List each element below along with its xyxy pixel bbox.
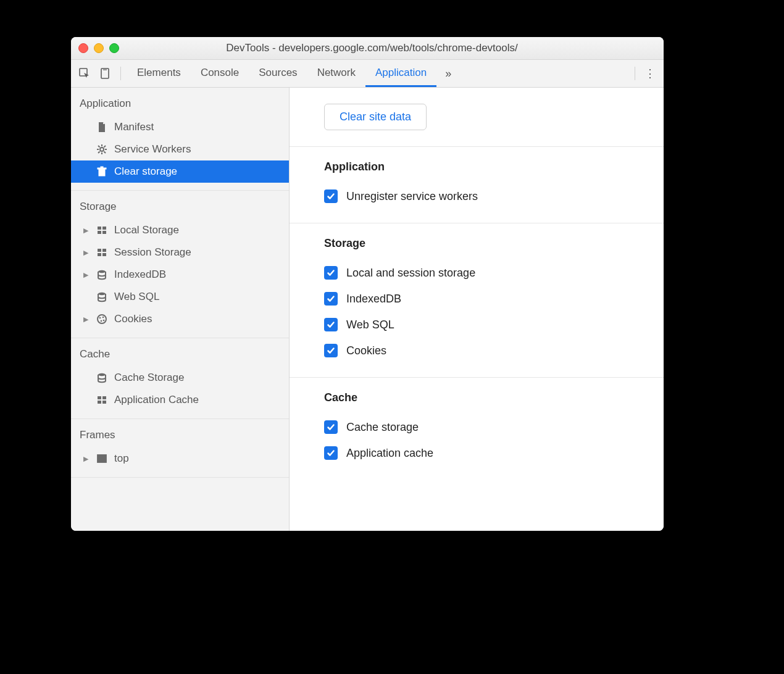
svg-rect-35 <box>98 455 106 462</box>
file-icon <box>96 121 108 133</box>
expand-arrow-icon[interactable]: ▶ <box>83 271 88 279</box>
expand-arrow-icon[interactable]: ▶ <box>83 249 88 257</box>
sidebar-item-web-sql[interactable]: ▶Web SQL <box>71 286 289 308</box>
svg-rect-17 <box>98 231 101 234</box>
sidebar-item-label: top <box>114 452 129 465</box>
sidebar-item-label: Clear storage <box>114 165 177 178</box>
db-icon <box>96 291 108 303</box>
svg-rect-34 <box>102 401 106 404</box>
sidebar-item-label: Web SQL <box>114 291 159 303</box>
sidebar-item-cookies[interactable]: ▶Cookies <box>71 308 289 330</box>
svg-point-23 <box>98 270 106 273</box>
checkbox-label: Cache storage <box>346 421 419 434</box>
svg-line-9 <box>104 152 106 154</box>
svg-rect-22 <box>102 253 106 256</box>
toolbar-separator <box>635 67 635 80</box>
sidebar-item-label: Session Storage <box>114 246 191 259</box>
checkbox-label: Web SQL <box>346 318 394 331</box>
checkbox-row: Cookies <box>324 338 664 364</box>
checkbox-row: Unregister service workers <box>324 183 664 209</box>
checkbox-web-sql[interactable] <box>324 318 338 331</box>
svg-point-24 <box>98 293 106 295</box>
checkbox-row: Cache storage <box>324 414 664 440</box>
window-title: DevTools - developers.google.com/web/too… <box>125 42 619 54</box>
svg-rect-31 <box>98 396 101 399</box>
svg-point-25 <box>98 315 106 323</box>
tab-elements[interactable]: Elements <box>127 60 191 87</box>
tab-network[interactable]: Network <box>307 60 365 87</box>
sidebar-item-label: Cache Storage <box>114 372 184 384</box>
svg-point-29 <box>103 320 105 322</box>
sidebar-group-storage: Storage <box>71 197 289 219</box>
inspect-element-icon[interactable] <box>76 65 93 82</box>
window-close-button[interactable] <box>78 43 88 53</box>
checkbox-row: Application cache <box>324 440 664 466</box>
svg-rect-33 <box>98 401 101 404</box>
checkbox-label: Unregister service workers <box>346 190 478 203</box>
checkbox-unregister-service-workers[interactable] <box>324 189 338 203</box>
checkbox-cookies[interactable] <box>324 344 338 357</box>
window-zoom-button[interactable] <box>109 43 119 53</box>
sidebar-item-indexeddb[interactable]: ▶IndexedDB <box>71 264 289 286</box>
sidebar-item-label: IndexedDB <box>114 268 166 281</box>
sidebar-item-label: Service Workers <box>114 143 191 156</box>
sidebar-item-service-workers[interactable]: ▶Service Workers <box>71 138 289 160</box>
svg-point-3 <box>100 148 104 151</box>
svg-point-30 <box>98 373 106 376</box>
sidebar-item-session-storage[interactable]: ▶Session Storage <box>71 241 289 264</box>
tab-application[interactable]: Application <box>365 60 436 87</box>
section-application: ApplicationUnregister service workers <box>290 146 664 223</box>
svg-rect-19 <box>98 249 101 252</box>
checkbox-label: Application cache <box>346 447 433 460</box>
checkbox-row: Local and session storage <box>324 260 664 286</box>
clear-storage-panel: Clear site data ApplicationUnregister se… <box>290 88 664 531</box>
device-toolbar-icon[interactable] <box>97 65 114 82</box>
svg-rect-12 <box>99 169 105 176</box>
svg-line-10 <box>104 146 106 148</box>
expand-arrow-icon[interactable]: ▶ <box>83 455 88 463</box>
expand-arrow-icon[interactable]: ▶ <box>83 227 88 235</box>
svg-rect-15 <box>98 227 101 230</box>
svg-rect-2 <box>103 70 107 70</box>
checkbox-label: IndexedDB <box>346 293 401 306</box>
sidebar-item-label: Application Cache <box>114 394 199 406</box>
svg-rect-18 <box>102 231 106 234</box>
grid-icon <box>96 394 108 406</box>
checkbox-label: Local and session storage <box>346 267 475 280</box>
toolbar-separator <box>120 67 121 80</box>
checkbox-label: Cookies <box>346 344 386 357</box>
sidebar-item-label: Manifest <box>114 121 154 133</box>
tabs-overflow-icon[interactable]: » <box>440 67 456 80</box>
cookie-icon <box>96 313 108 325</box>
expand-arrow-icon[interactable]: ▶ <box>83 315 88 323</box>
sidebar-item-local-storage[interactable]: ▶Local Storage <box>71 219 289 241</box>
tab-sources[interactable]: Sources <box>249 60 307 87</box>
svg-line-11 <box>98 152 100 154</box>
db-icon <box>96 372 108 384</box>
sidebar-item-top[interactable]: ▶top <box>71 447 289 470</box>
section-cache: CacheCache storageApplication cache <box>290 377 664 480</box>
sidebar-item-manifest[interactable]: ▶Manifest <box>71 116 289 138</box>
more-options-icon[interactable]: ⋮ <box>641 67 659 80</box>
checkbox-cache-storage[interactable] <box>324 420 338 434</box>
devtools-window: DevTools - developers.google.com/web/too… <box>71 37 664 531</box>
checkbox-local-and-session-storage[interactable] <box>324 266 338 280</box>
tab-console[interactable]: Console <box>191 60 249 87</box>
sidebar-group-cache: Cache <box>71 344 289 367</box>
sidebar-item-label: Cookies <box>114 313 152 325</box>
sidebar-item-cache-storage[interactable]: ▶Cache Storage <box>71 367 289 389</box>
gear-icon <box>96 143 108 156</box>
checkbox-indexeddb[interactable] <box>324 292 338 306</box>
window-minimize-button[interactable] <box>94 43 104 53</box>
svg-point-27 <box>102 317 104 318</box>
sidebar-item-clear-storage[interactable]: ▶Clear storage <box>71 160 289 183</box>
titlebar: DevTools - developers.google.com/web/too… <box>71 37 664 60</box>
section-storage: StorageLocal and session storageIndexedD… <box>290 223 664 377</box>
sidebar-item-application-cache[interactable]: ▶Application Cache <box>71 389 289 411</box>
svg-point-28 <box>101 320 102 322</box>
svg-point-26 <box>99 317 101 319</box>
clear-site-data-button[interactable]: Clear site data <box>324 104 427 130</box>
checkbox-application-cache[interactable] <box>324 446 338 460</box>
section-title: Cache <box>324 391 664 404</box>
svg-rect-32 <box>102 396 106 399</box>
